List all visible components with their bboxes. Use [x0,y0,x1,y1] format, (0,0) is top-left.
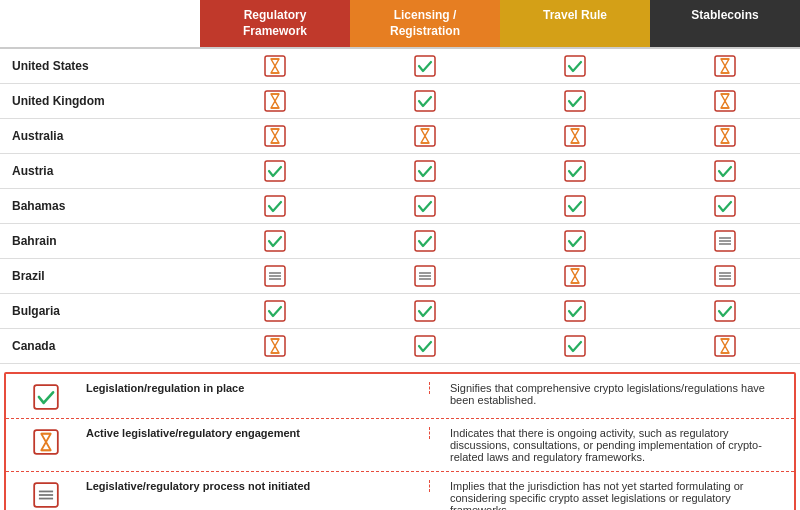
legend-description: Signifies that comprehensive crypto legi… [440,382,784,406]
stable-icon-cell [650,224,800,258]
stable-icon-cell [650,189,800,223]
country-name: Bulgaria [0,296,200,326]
stable-icon-cell [650,49,800,83]
travel-icon-cell [500,119,650,153]
country-name: Bahamas [0,191,200,221]
header-empty [0,0,200,47]
legend-description: Implies that the jurisdiction has not ye… [440,480,784,510]
regulatory-icon-cell [200,224,350,258]
licensing-icon-cell [350,119,500,153]
regulatory-icon-cell [200,189,350,223]
legend-icon [16,480,76,508]
legend-row: Legislation/regulation in place Signifie… [6,374,794,419]
legend-description: Indicates that there is ongoing activity… [440,427,784,463]
country-name: Brazil [0,261,200,291]
regulatory-icon-cell [200,294,350,328]
legend-container: Legislation/regulation in place Signifie… [4,372,796,510]
licensing-icon-cell [350,84,500,118]
regulatory-icon-cell [200,119,350,153]
header-licensing: Licensing / Registration [350,0,500,47]
stable-icon-cell [650,294,800,328]
legend-label: Legislative/regulatory process not initi… [86,480,430,492]
table-row: Bahrain [0,224,800,259]
table-row: Bahamas [0,189,800,224]
regulatory-icon-cell [200,49,350,83]
travel-icon-cell [500,189,650,223]
travel-icon-cell [500,224,650,258]
stable-icon-cell [650,119,800,153]
travel-icon-cell [500,154,650,188]
table-row: Austria [0,154,800,189]
legend-label: Legislation/regulation in place [86,382,430,394]
legend-icon [16,382,76,410]
country-name: Canada [0,331,200,361]
country-name: Australia [0,121,200,151]
stable-icon-cell [650,84,800,118]
table-row: Canada [0,329,800,364]
travel-icon-cell [500,259,650,293]
regulatory-icon-cell [200,154,350,188]
header-stablecoins: Stablecoins [650,0,800,47]
country-name: United Kingdom [0,86,200,116]
table-header: Regulatory Framework Licensing / Registr… [0,0,800,49]
regulatory-icon-cell [200,259,350,293]
travel-icon-cell [500,49,650,83]
stable-icon-cell [650,154,800,188]
legend-body: Legislation/regulation in place Signifie… [6,374,794,510]
legend-icon [16,427,76,455]
country-name: Austria [0,156,200,186]
licensing-icon-cell [350,154,500,188]
travel-icon-cell [500,294,650,328]
country-name: Bahrain [0,226,200,256]
licensing-icon-cell [350,189,500,223]
licensing-icon-cell [350,224,500,258]
stable-icon-cell [650,329,800,363]
main-table: Regulatory Framework Licensing / Registr… [0,0,800,510]
travel-icon-cell [500,329,650,363]
licensing-icon-cell [350,49,500,83]
header-regulatory: Regulatory Framework [200,0,350,47]
travel-icon-cell [500,84,650,118]
stable-icon-cell [650,259,800,293]
licensing-icon-cell [350,329,500,363]
legend-row: Active legislative/regulatory engagement… [6,419,794,472]
table-row: Brazil [0,259,800,294]
table-row: United States [0,49,800,84]
country-name: United States [0,51,200,81]
table-body: United States United Kingdom [0,49,800,364]
legend-row: Legislative/regulatory process not initi… [6,472,794,510]
table-row: United Kingdom [0,84,800,119]
header-travel: Travel Rule [500,0,650,47]
table-row: Bulgaria [0,294,800,329]
licensing-icon-cell [350,259,500,293]
licensing-icon-cell [350,294,500,328]
regulatory-icon-cell [200,329,350,363]
regulatory-icon-cell [200,84,350,118]
legend-label: Active legislative/regulatory engagement [86,427,430,439]
table-row: Australia [0,119,800,154]
